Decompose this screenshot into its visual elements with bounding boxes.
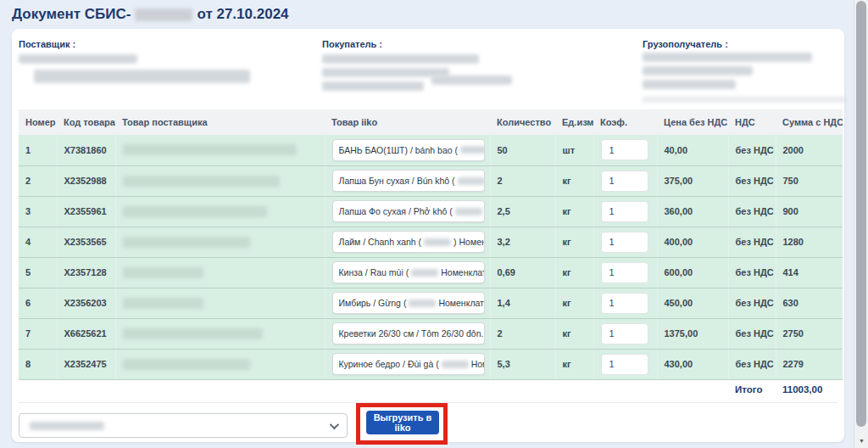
price-value: 400,00 xyxy=(657,227,728,257)
redacted-selected-option xyxy=(30,422,104,430)
price-value: 40,00 xyxy=(657,135,728,165)
redacted-supplier-product xyxy=(123,328,263,339)
iiko-product-select[interactable]: Имбирь / Gừng ( Номенклатур... ▾ xyxy=(332,292,485,314)
coef-input[interactable] xyxy=(601,201,648,222)
price-value: 375,00 xyxy=(657,165,728,196)
iiko-redacted-part xyxy=(409,300,436,307)
vat-value: без НДС xyxy=(728,165,776,196)
unit-value: кг xyxy=(555,257,593,288)
iiko-select-text-before: БАНЬ БАО(1ШТ) / bánh bao ( xyxy=(339,145,458,155)
quantity-value: 50 xyxy=(490,135,555,165)
unit-value: кг xyxy=(555,196,593,227)
iiko-product-select[interactable]: БАНЬ БАО(1ШТ) / bánh bao ( ... ▾ xyxy=(332,139,485,161)
column-header: Коэф. xyxy=(593,109,657,135)
vat-value: без НДС xyxy=(728,257,776,288)
row-number: 6 xyxy=(19,288,57,318)
product-code: X2355961 xyxy=(57,196,115,227)
row-number: 4 xyxy=(19,227,57,257)
row-number: 8 xyxy=(19,349,57,379)
redacted-supplier-product xyxy=(123,298,203,309)
table-row: 7 X6625621 Креветки 26/30 см / Tôm 26/30… xyxy=(19,318,843,349)
vat-value: без НДС xyxy=(728,349,776,379)
price-value: 600,00 xyxy=(657,257,728,288)
row-number: 2 xyxy=(19,165,57,196)
sum-value: 900 xyxy=(776,196,843,227)
coef-input[interactable] xyxy=(601,354,648,375)
totals-value: 11003,00 xyxy=(776,379,843,399)
coef-input[interactable] xyxy=(601,262,648,283)
iiko-redacted-part xyxy=(411,269,438,277)
iiko-product-select[interactable]: Лайм / Chanh xanh ( ) Номенкл... ▾ xyxy=(332,231,485,253)
iiko-product-select[interactable]: Кинза / Rau mùi ( Номенклату... ▾ xyxy=(332,261,485,283)
document-card: Поставщик : Покупатель : Грузополучатель… xyxy=(12,29,844,442)
redacted-supplier-product xyxy=(123,176,280,187)
supplier-label: Поставщик : xyxy=(19,39,75,49)
redacted-document-number xyxy=(135,8,192,21)
store-select[interactable] xyxy=(19,413,348,438)
iiko-select-text-before: Лапша Бун сухая / Bún khô ( xyxy=(339,176,455,186)
redacted-supplier-product xyxy=(123,237,250,248)
iiko-select-text-before: Креветки 26/30 см / Tôm 26/30 đôn... xyxy=(339,328,485,339)
column-header: Номер xyxy=(19,109,57,135)
vat-value: без НДС xyxy=(728,135,776,165)
coef-input[interactable] xyxy=(601,139,648,160)
column-header: Сумма с НДС xyxy=(776,109,843,135)
unit-value: кг xyxy=(555,288,593,318)
iiko-select-text-after: Номенклату... xyxy=(441,267,484,277)
scrollbar-down-arrow-icon[interactable]: ▼ xyxy=(854,434,868,448)
iiko-product-select[interactable]: Куриное бедро / Đùi gà ( Номе... ▾ xyxy=(332,353,485,375)
redacted-supplier-name xyxy=(19,54,137,64)
vertical-scrollbar[interactable]: ▼ xyxy=(854,0,868,448)
iiko-redacted-part xyxy=(458,177,485,185)
table-row: 6 X2356203 Имбирь / Gừng ( Номенклатур..… xyxy=(19,288,843,318)
chevron-down-icon xyxy=(330,419,339,428)
column-header: НДС xyxy=(728,109,776,135)
iiko-select-text-after: ) Номенкл... xyxy=(453,237,484,247)
redacted-supplier-product xyxy=(123,206,267,217)
coef-input[interactable] xyxy=(601,171,648,192)
sum-value: 2279 xyxy=(776,349,843,379)
coef-input[interactable] xyxy=(601,323,648,344)
redacted-buyer-extra xyxy=(322,81,424,91)
sum-value: 2000 xyxy=(776,135,843,165)
table-row: 2 X2352988 Лапша Бун сухая / Bún khô ( Н… xyxy=(19,165,843,196)
coef-input[interactable] xyxy=(601,232,648,253)
iiko-product-select[interactable]: Лапша Бун сухая / Bún khô ( Н... ▾ xyxy=(332,170,485,192)
iiko-product-select[interactable]: Лапша Фо сухая / Phở khô ( ) Н... ▾ xyxy=(332,200,485,222)
iiko-select-text-after: Номенклатур... xyxy=(438,298,484,308)
export-to-iiko-button[interactable]: Выгрузить в iiko xyxy=(366,411,439,434)
iiko-product-select[interactable]: Креветки 26/30 см / Tôm 26/30 đôn... ▾ xyxy=(332,322,485,344)
unit-value: кг xyxy=(555,165,593,196)
coef-input[interactable] xyxy=(601,293,648,314)
unit-value: кг xyxy=(555,227,593,257)
table-row: 5 X2357128 Кинза / Rau mùi ( Номенклату.… xyxy=(19,257,843,288)
price-value: 360,00 xyxy=(657,196,728,227)
quantity-value: 2 xyxy=(490,165,555,196)
column-header: Количество xyxy=(490,109,555,135)
row-number: 1 xyxy=(19,135,57,165)
iiko-select-text-before: Лайм / Chanh xanh ( xyxy=(339,237,422,247)
totals-row: Итого 11003,00 xyxy=(19,379,843,399)
vat-value: без НДС xyxy=(728,288,776,318)
table-header-row: НомерКод товараТовар поставщикаТовар iik… xyxy=(19,109,843,135)
sum-value: 630 xyxy=(776,288,843,318)
iiko-redacted-part xyxy=(460,146,485,154)
product-code: X7381860 xyxy=(57,135,115,165)
iiko-redacted-part xyxy=(442,361,469,368)
footer-divider xyxy=(19,402,837,403)
quantity-value: 1,4 xyxy=(490,288,555,318)
column-header: Ед.изм. xyxy=(555,109,593,135)
redacted-buyer-name xyxy=(322,54,479,64)
price-value: 1375,00 xyxy=(657,318,728,349)
table-body: 1 X7381860 БАНЬ БАО(1ШТ) / bánh bao ( ..… xyxy=(19,135,843,379)
price-value: 430,00 xyxy=(657,349,728,379)
column-header: Цена без НДС xyxy=(657,109,728,135)
iiko-redacted-part xyxy=(455,208,482,216)
scrollbar-thumb[interactable] xyxy=(856,1,866,427)
items-table: НомерКод товараТовар поставщикаТовар iik… xyxy=(19,109,843,399)
product-code: X2352988 xyxy=(57,165,115,196)
totals-label: Итого xyxy=(728,379,776,399)
product-code: X2356203 xyxy=(57,288,115,318)
sum-value: 750 xyxy=(776,165,843,196)
quantity-value: 2 xyxy=(490,318,555,349)
